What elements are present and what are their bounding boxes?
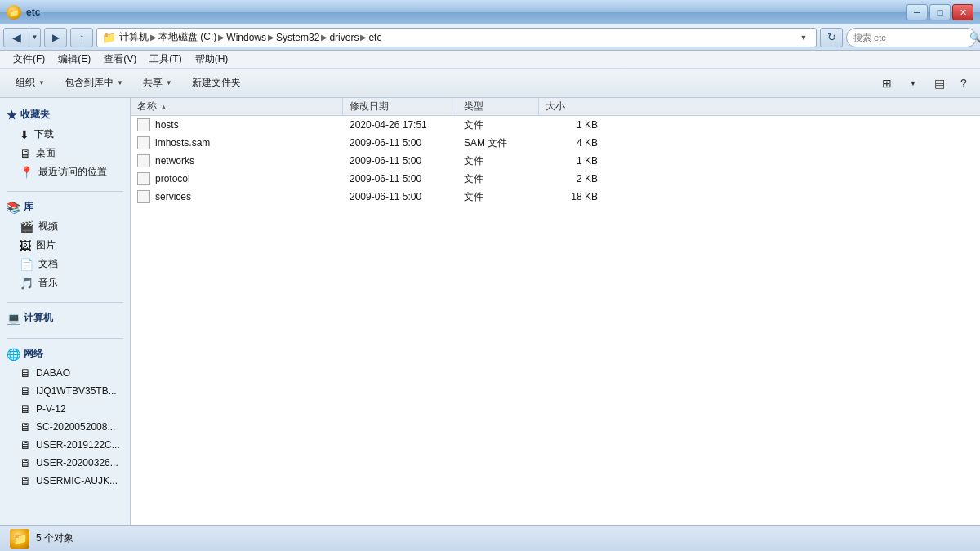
search-box[interactable]: 🔍 (846, 28, 977, 47)
col-header-date[interactable]: 修改日期 (343, 98, 457, 115)
file-area: 名称 ▲ 修改日期 类型 大小 hosts 2020-04-2 (131, 98, 980, 525)
menu-tools[interactable]: 工具(T) (143, 51, 188, 69)
file-row-lmhosts[interactable]: lmhosts.sam 2009-06-11 5:00 SAM 文件 4 KB (131, 134, 980, 152)
panel-toggle-button[interactable]: ▤ (928, 73, 951, 93)
sidebar-divider-3 (7, 338, 123, 339)
file-icon-services (137, 190, 150, 203)
file-type-protocol: 文件 (457, 170, 539, 188)
sidebar-item-pictures[interactable]: 🖼 图片 (0, 236, 130, 255)
file-list-header: 名称 ▲ 修改日期 类型 大小 (131, 98, 980, 116)
share-button[interactable]: 共享 ▼ (134, 72, 181, 95)
file-icon-protocol (137, 172, 150, 185)
file-icon-networks (137, 154, 150, 167)
sidebar-item-dabao[interactable]: 🖥 DABAO (0, 364, 130, 382)
dabao-label: DABAO (36, 367, 70, 379)
breadcrumb-computer[interactable]: 计算机 (119, 30, 149, 44)
breadcrumb-drive[interactable]: 本地磁盘 (C:) (158, 30, 216, 44)
music-icon: 🎵 (20, 277, 33, 290)
desktop-icon: 🖥 (20, 147, 31, 160)
menu-view[interactable]: 查看(V) (97, 51, 143, 69)
forward-button[interactable]: ▶ (44, 28, 67, 47)
include-label: 包含到库中 (65, 76, 114, 90)
help-button[interactable]: ? (954, 73, 973, 93)
organize-button[interactable]: 组织 ▼ (7, 72, 54, 95)
ijq-label: IJQ1WTBV35TB... (36, 385, 117, 397)
title-bar: 📁 etc ─ □ ✕ (0, 0, 980, 24)
breadcrumb: 计算机 ▶ 本地磁盘 (C:) ▶ Windows ▶ System32 ▶ d… (119, 30, 793, 44)
sidebar-section-favorites: ★ 收藏夹 ⬇ 下载 🖥 桌面 📍 最近访问的位置 (0, 104, 130, 181)
usermic-label: USERMIC-AUJK... (36, 475, 118, 487)
col-header-type[interactable]: 类型 (457, 98, 539, 115)
sort-arrow-name: ▲ (160, 103, 167, 111)
sidebar-item-user2[interactable]: 🖥 USER-20200326... (0, 454, 130, 472)
view-toggle-button[interactable]: ⊞ (875, 73, 898, 93)
file-row-networks[interactable]: networks 2009-06-11 5:00 文件 1 KB (131, 152, 980, 170)
close-button[interactable]: ✕ (952, 4, 973, 20)
music-label: 音乐 (38, 276, 58, 290)
sidebar-section-library: 📚 库 🎬 视频 🖼 图片 📄 文档 🎵 音乐 (0, 197, 130, 292)
sidebar-divider-1 (7, 191, 123, 192)
up-button[interactable]: ↑ (70, 28, 93, 47)
file-icon-hosts (137, 118, 150, 131)
file-name-lmhosts: lmhosts.sam (131, 134, 343, 152)
menu-help[interactable]: 帮助(H) (189, 51, 235, 69)
file-type-services: 文件 (457, 188, 539, 206)
include-library-button[interactable]: 包含到库中 ▼ (56, 72, 132, 95)
sidebar-item-sc[interactable]: 🖥 SC-2020052008... (0, 418, 130, 436)
new-folder-button[interactable]: 新建文件夹 (183, 72, 250, 95)
sidebar-item-ijq[interactable]: 🖥 IJQ1WTBV35TB... (0, 382, 130, 400)
documents-label: 文档 (38, 257, 58, 271)
file-date-hosts: 2020-04-26 17:51 (343, 116, 457, 134)
sidebar-item-user1[interactable]: 🖥 USER-2019122C... (0, 436, 130, 454)
file-name-protocol: protocol (131, 170, 343, 188)
recent-label: 最近访问的位置 (38, 165, 107, 179)
download-label: 下载 (34, 127, 54, 141)
library-label: 库 (24, 200, 33, 214)
maximize-button[interactable]: □ (929, 4, 951, 20)
file-row-services[interactable]: services 2009-06-11 5:00 文件 18 KB (131, 188, 980, 206)
back-dropdown[interactable]: ▼ (29, 28, 41, 47)
sidebar-item-desktop[interactable]: 🖥 桌面 (0, 144, 130, 162)
col-header-name[interactable]: 名称 ▲ (131, 98, 343, 115)
back-button[interactable]: ◀ (3, 28, 29, 47)
refresh-button[interactable]: ↻ (820, 28, 843, 47)
sidebar-favorites-header: ★ 收藏夹 (0, 104, 130, 125)
address-bar: ◀ ▼ ▶ ↑ 📁 计算机 ▶ 本地磁盘 (C:) ▶ Windows ▶ Sy… (0, 24, 980, 51)
sidebar-item-usermic[interactable]: 🖥 USERMIC-AUJK... (0, 472, 130, 490)
menu-file[interactable]: 文件(F) (7, 51, 51, 69)
sidebar-item-documents[interactable]: 📄 文档 (0, 255, 130, 273)
file-row-hosts[interactable]: hosts 2020-04-26 17:51 文件 1 KB (131, 116, 980, 134)
back-forward-group: ◀ ▼ (3, 28, 41, 47)
file-row-protocol[interactable]: protocol 2009-06-11 5:00 文件 2 KB (131, 170, 980, 188)
view-dropdown-button[interactable]: ▼ (902, 73, 924, 93)
menu-edit[interactable]: 编辑(E) (51, 51, 97, 69)
user1-label: USER-2019122C... (36, 439, 120, 451)
network-icon: 🌐 (7, 348, 20, 361)
sidebar-item-music[interactable]: 🎵 音乐 (0, 273, 130, 292)
computer-icon: 💻 (7, 312, 20, 325)
search-icon[interactable]: 🔍 (969, 32, 980, 43)
pv12-icon: 🖥 (20, 402, 31, 415)
breadcrumb-system32[interactable]: System32 (276, 32, 319, 43)
minimize-button[interactable]: ─ (906, 4, 928, 20)
search-input[interactable] (853, 33, 966, 42)
video-label: 视频 (38, 220, 58, 233)
sidebar-item-pv12[interactable]: 🖥 P-V-12 (0, 400, 130, 418)
address-dropdown-arrow[interactable]: ▼ (796, 30, 811, 45)
library-icon: 📚 (7, 201, 20, 214)
breadcrumb-drivers[interactable]: drivers (329, 32, 359, 43)
file-date-services: 2009-06-11 5:00 (343, 188, 457, 206)
sidebar-item-video[interactable]: 🎬 视频 (0, 217, 130, 236)
menu-bar: 文件(F) 编辑(E) 查看(V) 工具(T) 帮助(H) (0, 51, 980, 69)
status-bar: 📁 5 个对象 (0, 525, 980, 551)
address-box[interactable]: 📁 计算机 ▶ 本地磁盘 (C:) ▶ Windows ▶ System32 ▶… (96, 28, 817, 47)
file-size-services: 18 KB (539, 188, 604, 206)
sidebar-item-download[interactable]: ⬇ 下载 (0, 125, 130, 144)
main-area: ★ 收藏夹 ⬇ 下载 🖥 桌面 📍 最近访问的位置 📚 库 (0, 98, 980, 525)
breadcrumb-etc[interactable]: etc (368, 32, 381, 43)
col-header-size[interactable]: 大小 (539, 98, 604, 115)
breadcrumb-windows[interactable]: Windows (226, 32, 266, 43)
file-date-protocol: 2009-06-11 5:00 (343, 170, 457, 188)
sidebar-computer-header: 💻 计算机 (0, 308, 130, 328)
sidebar-item-recent[interactable]: 📍 最近访问的位置 (0, 162, 130, 181)
